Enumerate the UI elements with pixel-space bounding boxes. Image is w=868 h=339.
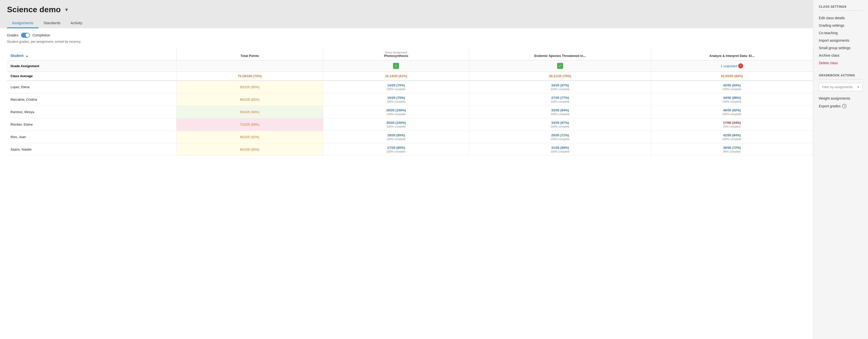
gradebook-actions-title: GRADEBOOK ACTIONS <box>819 74 863 80</box>
student-col1: 20/20 (100%) 100% complete <box>323 118 469 131</box>
class-average-col2: 26.21/35 (75%) <box>469 72 651 81</box>
class-title: Science demo <box>7 5 61 14</box>
help-icon[interactable]: ? <box>842 104 846 109</box>
class-average-col3: 32.93/50 (66%) <box>651 72 813 81</box>
student-total: 86/105 (82%) <box>177 93 323 106</box>
grade-assignment-col1: ✓ <box>323 60 469 72</box>
student-name: Marcalow, Cristina <box>7 93 177 106</box>
sidebar-link[interactable]: Grading settings <box>819 22 863 29</box>
sidebar-link[interactable]: Import assignments <box>819 37 863 44</box>
student-col1: 14/20 (70%) 100% complete <box>323 81 469 93</box>
col3-header: Analyze & Interpret Data: El... <box>651 49 813 60</box>
grade-assignment-row: Grade Assignment ✓ ✓ 1 ungraded ! <box>7 60 813 72</box>
student-name: Lopez, Elena <box>7 81 177 93</box>
grade-assignment-total <box>177 60 323 72</box>
student-col2: 25/35 (71%) 100% complete <box>469 131 651 143</box>
student-total: 90/105 (86%) <box>177 81 323 93</box>
sidebar: CLASS SETTINGS Edit class detailsGrading… <box>813 0 868 339</box>
student-col3: 44/50 (88%) 100% complete <box>651 93 813 106</box>
student-col2: 34/35 (97%) 100% complete <box>469 118 651 131</box>
sort-icon: ▲ <box>26 54 28 58</box>
action-label: Export grades <box>819 104 840 108</box>
table-row: Ramirez, Mireya 99/105 (94%) 20/20 (100%… <box>7 106 813 118</box>
table-row: Saaris, Natalie 84/105 (80%) 17/20 (85%)… <box>7 143 813 156</box>
tab-standards[interactable]: Standards <box>38 18 65 28</box>
student-total: 99/105 (94%) <box>177 106 323 118</box>
student-col1: 19/20 (95%) 100% complete <box>323 131 469 143</box>
class-average-row: Class Average 75.29/105 (72%) 16.14/20 (… <box>7 72 813 81</box>
filter-assignments-dropdown[interactable]: Filter by assignments ▾ <box>819 83 863 91</box>
table-row: Rios, Juan 86/105 (82%) 19/20 (95%) 100%… <box>7 131 813 143</box>
grade-assignment-col2: ✓ <box>469 60 651 72</box>
grades-completion-toggle[interactable] <box>21 33 30 38</box>
chevron-down-icon: ▾ <box>858 85 859 89</box>
class-settings-section: CLASS SETTINGS Edit class detailsGrading… <box>819 5 863 67</box>
sidebar-link[interactable]: Archive class <box>819 52 863 59</box>
col2-header: Endemic Species Threatened in... <box>469 49 651 60</box>
student-col3: 36/50 (72%) 86% complete <box>651 143 813 156</box>
subtext: Student grades, per assignment, sorted b… <box>7 40 806 43</box>
student-col1: 17/20 (85%) 100% complete <box>323 143 469 156</box>
tab-bar: Assignments Standards Activity <box>7 18 806 28</box>
student-col2: 27/35 (77%) 100% complete <box>469 93 651 106</box>
student-total: 86/105 (82%) <box>177 131 323 143</box>
action-label: Weight assignments <box>819 96 850 100</box>
student-col3: 42/50 (84%) 100% complete <box>651 81 813 93</box>
student-col3: 17/50 (34%) 43% complete <box>651 118 813 131</box>
student-col1: 20/20 (100%) 100% complete <box>323 106 469 118</box>
student-name: Rios, Juan <box>7 131 177 143</box>
grade-assignment-col3[interactable]: 1 ungraded ! <box>651 60 813 72</box>
student-name: Ramirez, Mireya <box>7 106 177 118</box>
gradebook-table: Student ▲ Total Points Demo Assignment P… <box>7 49 813 156</box>
student-name: Riordan, Elaine <box>7 118 177 131</box>
sidebar-link[interactable]: Edit class details <box>819 14 863 22</box>
class-average-label: Class Average <box>7 72 177 81</box>
sidebar-link[interactable]: Co-teaching <box>819 29 863 37</box>
sidebar-link[interactable]: Small group settings <box>819 44 863 52</box>
table-row: Marcalow, Cristina 86/105 (82%) 15/20 (7… <box>7 93 813 106</box>
student-total: 84/105 (80%) <box>177 143 323 156</box>
grades-label: Grades <box>7 33 19 37</box>
student-col3: 42/50 (84%) 100% complete <box>651 131 813 143</box>
student-col-header[interactable]: Student ▲ <box>7 49 177 60</box>
gradebook-action-link[interactable]: Weight assignments <box>819 95 863 102</box>
class-average-total: 75.29/105 (72%) <box>177 72 323 81</box>
student-col2: 33/35 (94%) 100% complete <box>469 106 651 118</box>
gradebook-actions-section: GRADEBOOK ACTIONS Filter by assignments … <box>819 74 863 110</box>
class-settings-links: Edit class detailsGrading settingsCo-tea… <box>819 14 863 67</box>
student-col3: 46/50 (92%) 100% complete <box>651 106 813 118</box>
checkmark-icon-1: ✓ <box>393 63 399 69</box>
student-total: 71/105 (68%) <box>177 118 323 131</box>
tab-activity[interactable]: Activity <box>65 18 87 28</box>
filter-assignments-label: Filter by assignments <box>822 85 853 89</box>
table-row: Lopez, Elena 90/105 (86%) 14/20 (70%) 10… <box>7 81 813 93</box>
tab-assignments[interactable]: Assignments <box>7 18 38 28</box>
ungraded-badge[interactable]: 1 ungraded ! <box>721 63 743 68</box>
gradebook-actions-links: Weight assignmentsExport grades? <box>819 95 863 110</box>
sidebar-link[interactable]: Delete class <box>819 59 863 67</box>
gradebook-action-link[interactable]: Export grades? <box>819 102 863 110</box>
warning-icon: ! <box>738 63 743 68</box>
col1-header: Demo Assignment Photosynthesis <box>323 49 469 60</box>
class-average-col1: 16.14/20 (81%) <box>323 72 469 81</box>
student-name: Saaris, Natalie <box>7 143 177 156</box>
completion-label: Completion <box>32 33 50 37</box>
student-col2: 34/35 (97%) 100% complete <box>469 81 651 93</box>
class-settings-title: CLASS SETTINGS <box>819 5 863 11</box>
grade-assignment-label: Grade Assignment <box>7 60 177 72</box>
class-dropdown-icon[interactable]: ▾ <box>65 6 68 13</box>
total-points-col-header: Total Points <box>177 49 323 60</box>
student-col2: 31/35 (89%) 100% complete <box>469 143 651 156</box>
table-row: Riordan, Elaine 71/105 (68%) 20/20 (100%… <box>7 118 813 131</box>
student-col1: 15/20 (75%) 100% complete <box>323 93 469 106</box>
checkmark-icon-2: ✓ <box>557 63 563 69</box>
